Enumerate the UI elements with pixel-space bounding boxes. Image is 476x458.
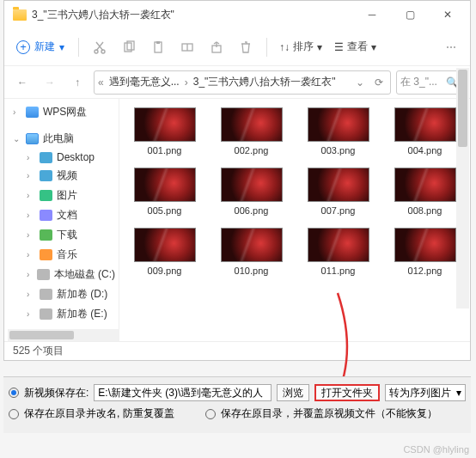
caret-icon[interactable]: › (27, 153, 35, 162)
file-item[interactable]: 009.png (123, 228, 206, 276)
view-icon: ☰ (334, 41, 344, 53)
file-item[interactable]: 011.png (296, 228, 380, 276)
watermark: CSDN @hlyling (403, 444, 469, 455)
open-folder-button[interactable]: 打开文件夹 (314, 384, 380, 401)
browse-button[interactable]: 浏览 (277, 384, 309, 401)
caret-icon[interactable]: › (27, 230, 35, 240)
file-item[interactable]: 012.png (383, 228, 467, 276)
sidebar-item-music[interactable]: ›音乐 (4, 245, 119, 265)
file-grid: 001.png002.png003.png004.png005.png006.p… (119, 99, 470, 341)
drive-icon (40, 289, 52, 300)
chevron-right-icon: › (183, 76, 190, 89)
chevron-down-icon: ▾ (59, 41, 64, 53)
sidebar-item-drive-e[interactable]: ›新加卷 (E:) (4, 304, 119, 324)
file-name: 008.png (408, 205, 442, 216)
sidebar-item-downloads[interactable]: ›下载 (4, 225, 119, 245)
sidebar-label: 本地磁盘 (C:) (54, 267, 115, 282)
file-item[interactable]: 001.png (123, 107, 206, 156)
refresh-button[interactable]: ⟳ (369, 76, 388, 89)
caret-icon[interactable]: › (27, 211, 35, 220)
sidebar-item-drive-d[interactable]: ›新加卷 (D:) (4, 284, 119, 304)
caret-icon[interactable]: › (27, 309, 35, 319)
document-icon (40, 210, 52, 221)
file-item[interactable]: 005.png (123, 168, 206, 216)
caret-icon[interactable]: › (27, 191, 35, 200)
caret-icon[interactable]: › (27, 290, 35, 299)
address-bar[interactable]: « 遇到毫无意义... › 3_"三书六娉八抬大轿一袭红衣" ⌄ ⟳ (94, 70, 391, 95)
radio-save-new[interactable] (9, 388, 19, 398)
wps-icon (26, 107, 39, 118)
drive-icon (37, 269, 50, 280)
sidebar-item-documents[interactable]: ›文档 (4, 205, 119, 225)
breadcrumb-seg[interactable]: 遇到毫无意义... (106, 75, 183, 89)
file-name: 010.png (235, 266, 269, 276)
new-button[interactable]: + 新建 ▾ (9, 36, 71, 58)
radio-save-orig-rename[interactable] (9, 409, 19, 419)
caret-icon[interactable]: › (27, 250, 35, 260)
file-item[interactable]: 003.png (296, 107, 380, 156)
thumbnail-image (394, 228, 456, 262)
caret-icon[interactable]: ⌄ (13, 134, 21, 144)
caret-icon[interactable]: › (27, 171, 35, 180)
sort-label: 排序 (293, 40, 314, 54)
paste-button[interactable] (144, 34, 172, 61)
file-name: 009.png (148, 266, 182, 276)
maximize-button[interactable]: ▢ (391, 2, 429, 27)
back-button[interactable]: ← (11, 71, 34, 94)
more-button[interactable]: ⋯ (437, 34, 465, 61)
history-chevron-icon[interactable]: « (96, 76, 106, 89)
thumbnail-image (308, 228, 369, 262)
file-name: 001.png (148, 145, 182, 156)
caret-icon[interactable]: › (27, 270, 33, 279)
sidebar-item-videos[interactable]: ›视频 (4, 166, 119, 186)
file-item[interactable]: 002.png (210, 107, 293, 156)
file-item[interactable]: 010.png (210, 228, 293, 276)
sidebar-label: 图片 (57, 188, 77, 203)
folder-icon (13, 9, 27, 21)
file-item[interactable]: 004.png (383, 107, 467, 156)
file-name: 012.png (408, 266, 442, 276)
up-button[interactable]: ↑ (66, 71, 88, 94)
path-input[interactable]: E:\新建文件夹 (3)\遇到毫无意义的人 (94, 384, 272, 401)
view-label: 查看 (347, 40, 368, 54)
cut-button[interactable] (86, 34, 113, 61)
vertical-scrollbar[interactable] (456, 68, 469, 308)
file-item[interactable]: 008.png (383, 168, 467, 216)
view-button[interactable]: ☰ 查看 ▾ (329, 36, 381, 58)
close-button[interactable]: ✕ (429, 2, 467, 27)
rename-button[interactable] (174, 34, 201, 61)
file-item[interactable]: 006.png (210, 168, 293, 216)
convert-select[interactable]: 转为序列图片▾ (385, 384, 466, 401)
minimize-button[interactable]: ─ (353, 2, 391, 27)
forward-button[interactable]: → (39, 71, 61, 94)
caret-icon[interactable]: › (13, 107, 21, 117)
file-item[interactable]: 007.png (296, 168, 380, 216)
opt-label: 保存在原目录，并覆盖原视频文件（不能恢复） (221, 406, 437, 421)
search-input[interactable]: 在 3_"... 🔍 (396, 70, 463, 95)
sidebar-item-drive-c[interactable]: ›本地磁盘 (C:) (4, 265, 119, 284)
thumbnail-image (134, 228, 196, 262)
file-name: 006.png (235, 205, 269, 216)
thumbnail-image (308, 107, 369, 142)
thumbnail-image (221, 228, 283, 262)
thumbnail-image (221, 107, 283, 142)
file-name: 002.png (235, 145, 269, 156)
sidebar-item-pictures[interactable]: ›图片 (4, 186, 119, 205)
radio-save-orig-overwrite[interactable] (205, 409, 216, 419)
sidebar-label: 新加卷 (E:) (57, 307, 107, 321)
nav-row: ← → ↑ « 遇到毫无意义... › 3_"三书六娉八抬大轿一袭红衣" ⌄ ⟳… (4, 66, 470, 99)
dropdown-chevron-icon[interactable]: ⌄ (351, 76, 369, 89)
copy-button[interactable] (115, 34, 143, 61)
download-icon (40, 229, 52, 241)
share-button[interactable] (203, 34, 230, 61)
drive-icon (40, 308, 52, 320)
sidebar-item-desktop[interactable]: ›Desktop (4, 149, 119, 166)
sidebar-item-wps[interactable]: ›WPS网盘 (4, 102, 119, 122)
music-icon (40, 249, 52, 260)
svg-point-1 (101, 50, 105, 53)
sidebar-item-thispc[interactable]: ⌄此电脑 (4, 129, 119, 149)
sort-button[interactable]: ↑↓ 排序 ▾ (274, 36, 327, 58)
delete-button[interactable] (232, 34, 259, 61)
horizontal-scrollbar[interactable] (8, 329, 119, 341)
breadcrumb-seg[interactable]: 3_"三书六娉八抬大轿一袭红衣" (190, 75, 339, 89)
